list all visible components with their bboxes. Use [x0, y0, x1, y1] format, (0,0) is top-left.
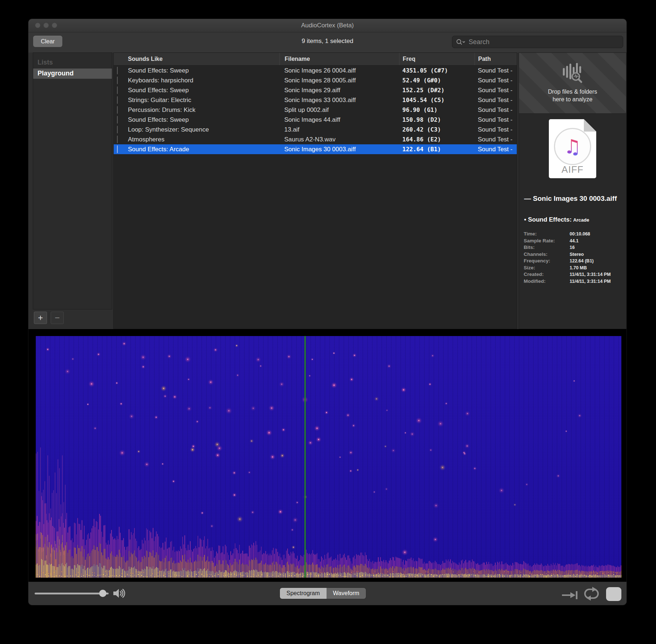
- column-header-path[interactable]: Path: [475, 53, 517, 65]
- table-row[interactable]: Sound Effects: Sweep Sonic Images 29.aif…: [114, 85, 517, 95]
- search-icon[interactable]: [456, 39, 466, 46]
- table-row[interactable]: Sound Effects: Sweep Sonic Images 44.aif…: [114, 115, 517, 125]
- table-row[interactable]: Atmospheres Saurus A2-N3.wav 164.86 (E2)…: [114, 134, 517, 144]
- speaker-icon[interactable]: [113, 588, 126, 599]
- table-row[interactable]: Loop: Synthesizer: Sequence 13.aif 260.4…: [114, 125, 517, 134]
- volume-knob[interactable]: [99, 590, 106, 597]
- selected-file-title: — Sonic Images 30 0003.aiff: [524, 194, 620, 203]
- search-field[interactable]: [452, 36, 623, 48]
- table-row[interactable]: Strings: Guitar: Electric Sonic Images 3…: [114, 95, 517, 105]
- stop-button[interactable]: [606, 587, 621, 601]
- page-fold-icon: [584, 119, 596, 132]
- column-header-freq[interactable]: Freq: [399, 53, 475, 65]
- table-header: Sounds Like Filename Freq Path: [114, 53, 517, 66]
- remove-list-button[interactable]: −: [51, 312, 64, 324]
- row-checkbox[interactable]: [117, 116, 118, 124]
- detail-row: Bits: 16: [524, 244, 622, 251]
- detail-row: Created: 11/4/11, 3:31:14 PM: [524, 271, 622, 278]
- row-checkbox[interactable]: [117, 136, 118, 143]
- inspector-panel: Drop files & folders here to analyze: [519, 52, 626, 329]
- analyze-audio-icon: [561, 63, 584, 83]
- detail-row: Time: 00:10.068: [524, 231, 622, 238]
- sound-category: • Sound Effects:Arcade: [524, 216, 589, 223]
- table-row[interactable]: Keyboards: harpsichord Sonic Images 28 0…: [114, 75, 517, 85]
- row-checkbox[interactable]: [117, 67, 118, 74]
- row-checkbox[interactable]: [117, 145, 118, 153]
- row-checkbox[interactable]: [117, 86, 118, 94]
- desktop: AudioCortex (Beta) Clear 9 items, 1 sele…: [0, 0, 656, 644]
- file-type-label: AIFF: [549, 164, 596, 175]
- loop-icon[interactable]: [582, 587, 601, 601]
- drop-zone-text: Drop files & folders here to analyze: [548, 88, 597, 103]
- view-toggle-waveform[interactable]: Waveform: [327, 588, 366, 599]
- file-details: Time: 00:10.068 Sample Rate: 44.1 Bits: …: [524, 231, 622, 285]
- svg-text:♫: ♫: [564, 135, 581, 158]
- row-checkbox[interactable]: [117, 77, 118, 84]
- column-header-checkbox: [114, 53, 125, 65]
- sidebar-item-playground[interactable]: Playground: [33, 69, 112, 79]
- add-list-button[interactable]: +: [34, 312, 47, 324]
- table-row[interactable]: Sound Effects: Sweep Sonic Images 26 000…: [114, 66, 517, 75]
- volume-slider[interactable]: [35, 593, 109, 594]
- title-bar: AudioCortex (Beta): [28, 19, 626, 32]
- lists-sidebar: Lists Playground: [33, 52, 112, 309]
- skip-to-end-icon[interactable]: [561, 590, 579, 601]
- aiff-file-icon: ♫ AIFF: [549, 119, 596, 178]
- visualizer-area: [28, 329, 626, 582]
- detail-row: Sample Rate: 44.1: [524, 238, 622, 245]
- detail-row: Frequency: 122.64 (B1): [524, 258, 622, 265]
- row-checkbox[interactable]: [117, 126, 118, 133]
- lists-header: Lists: [38, 59, 112, 66]
- app-window: AudioCortex (Beta) Clear 9 items, 1 sele…: [28, 19, 626, 605]
- toolbar: Clear 9 items, 1 selected: [28, 32, 626, 52]
- detail-row: Size: 1.70 MB: [524, 265, 622, 272]
- view-toggle-spectrogram[interactable]: Spectrogram: [280, 588, 327, 599]
- view-toggle: SpectrogramWaveform: [280, 588, 366, 599]
- column-header-sounds-like[interactable]: Sounds Like: [125, 53, 280, 65]
- drop-files-zone[interactable]: Drop files & folders here to analyze: [519, 53, 626, 114]
- table-row[interactable]: Sound Effects: Arcade Sonic Images 30 00…: [114, 144, 517, 154]
- search-input[interactable]: [468, 38, 619, 46]
- playback-bar: SpectrogramWaveform: [28, 582, 626, 605]
- column-header-filename[interactable]: Filename: [280, 53, 399, 65]
- detail-row: Modified: 11/4/11, 3:31:14 PM: [524, 278, 622, 285]
- table-row[interactable]: Percussion: Drums: Kick Split up 0002.ai…: [114, 105, 517, 115]
- detail-row: Channels: Stereo: [524, 251, 622, 258]
- results-table: Sounds Like Filename Freq Path Sound Eff…: [113, 52, 517, 329]
- row-checkbox[interactable]: [117, 106, 118, 114]
- table-body: Sound Effects: Sweep Sonic Images 26 000…: [114, 66, 517, 154]
- music-note-icon: ♫: [554, 128, 591, 165]
- row-checkbox[interactable]: [117, 96, 118, 104]
- window-title: AudioCortex (Beta): [28, 22, 626, 29]
- spectrogram-canvas[interactable]: [36, 336, 621, 578]
